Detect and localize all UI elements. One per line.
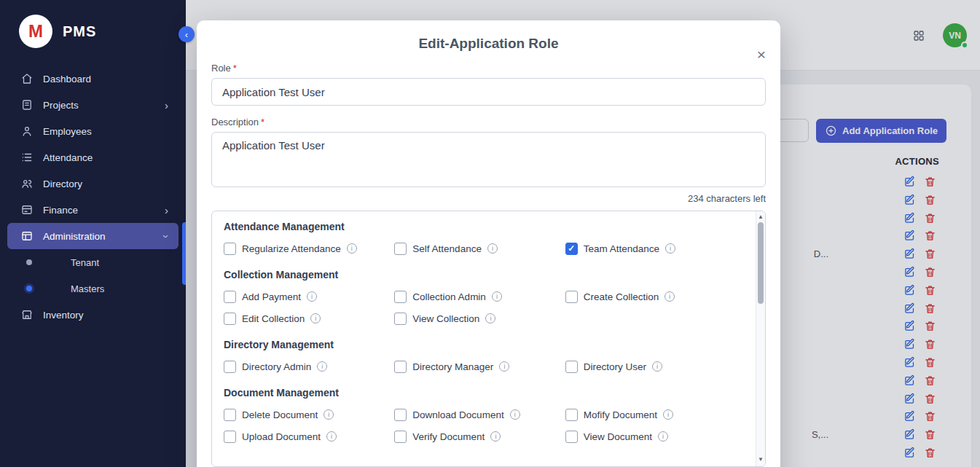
info-icon: i xyxy=(658,431,668,442)
info-icon: i xyxy=(487,243,498,254)
projects-icon xyxy=(20,98,34,111)
permission-group-title: Attendance Management xyxy=(224,221,736,234)
info-icon: i xyxy=(665,291,675,302)
permission-label: Create Collection xyxy=(584,291,659,302)
permission-label: Mofify Document xyxy=(584,409,657,420)
sidebar-item-inventory[interactable]: Inventory xyxy=(7,302,179,328)
permission-option[interactable]: Mofify Documenti xyxy=(565,407,736,422)
permission-label: View Collection xyxy=(412,313,479,324)
permission-label: Verify Document xyxy=(412,431,485,442)
scroll-down-icon[interactable]: ▼ xyxy=(756,456,765,463)
permission-label: Directory Manager xyxy=(412,361,493,372)
checkbox-unchecked-icon[interactable] xyxy=(224,243,236,255)
checkbox-unchecked-icon[interactable] xyxy=(394,313,407,325)
permission-option[interactable]: Add Paymenti xyxy=(224,289,394,304)
permission-group-title: Directory Management xyxy=(224,339,736,352)
sidebar-item-finance[interactable]: Finance› xyxy=(7,197,179,223)
sidebar-item-label: Projects xyxy=(43,100,155,111)
screen: M PMS DashboardProjects›EmployeesAttenda… xyxy=(0,0,980,467)
permission-option[interactable]: Edit Collectioni xyxy=(224,311,394,326)
checkbox-unchecked-icon[interactable] xyxy=(394,431,407,443)
role-input[interactable] xyxy=(211,78,766,106)
sidebar-collapse-button[interactable]: ‹ xyxy=(179,26,195,42)
info-icon: i xyxy=(492,291,502,302)
checkbox-unchecked-icon[interactable] xyxy=(565,409,578,421)
sidebar-item-label: Employees xyxy=(43,126,168,137)
permission-option[interactable]: Directory Useri xyxy=(565,359,736,374)
info-icon: i xyxy=(347,243,357,254)
sidebar-item-tenant[interactable]: Tenant xyxy=(7,249,179,275)
info-icon: i xyxy=(307,291,317,302)
sidebar-item-masters[interactable]: Masters xyxy=(7,275,179,302)
role-field-label: Role* xyxy=(211,63,766,74)
chevron-down-icon: › xyxy=(161,235,172,238)
checkbox-unchecked-icon[interactable] xyxy=(224,291,236,303)
permissions-scrollbar[interactable]: ▲ ▼ xyxy=(756,211,765,466)
sidebar-item-administration[interactable]: Administration› xyxy=(7,223,179,249)
required-asterisk: * xyxy=(261,117,264,127)
sidebar-item-dashboard[interactable]: Dashboard xyxy=(7,66,179,92)
info-icon: i xyxy=(499,361,509,372)
checkbox-unchecked-icon[interactable] xyxy=(394,243,407,255)
permission-option[interactable]: Verify Documenti xyxy=(394,429,565,444)
permission-option[interactable]: Regularize Attendancei xyxy=(224,241,394,256)
permission-option[interactable]: Upload Documenti xyxy=(224,429,394,444)
permission-group: Collection ManagementAdd PaymentiCollect… xyxy=(224,269,736,326)
info-icon: i xyxy=(510,409,520,420)
checkbox-unchecked-icon[interactable] xyxy=(394,361,407,373)
checkbox-unchecked-icon[interactable] xyxy=(394,291,407,303)
permission-option[interactable]: Download Documenti xyxy=(394,407,565,422)
info-icon: i xyxy=(310,313,321,323)
sidebar-item-label: Finance xyxy=(43,205,155,216)
scroll-up-icon[interactable]: ▲ xyxy=(756,213,765,220)
checkbox-unchecked-icon[interactable] xyxy=(565,291,578,303)
checkbox-unchecked-icon[interactable] xyxy=(224,313,236,325)
close-icon[interactable]: × xyxy=(757,47,766,62)
info-icon: i xyxy=(665,243,675,254)
sidebar-item-employees[interactable]: Employees xyxy=(7,118,179,144)
checkbox-checked-icon[interactable]: ✓ xyxy=(565,243,578,255)
permission-label: Download Document xyxy=(412,409,503,420)
permission-option[interactable]: View Documenti xyxy=(565,429,736,444)
scrollbar-thumb[interactable] xyxy=(758,222,764,304)
sidebar: M PMS DashboardProjects›EmployeesAttenda… xyxy=(0,0,186,467)
permission-option[interactable]: View Collectioni xyxy=(394,311,565,326)
checkbox-unchecked-icon[interactable] xyxy=(565,431,578,443)
permissions-panel: Attendance ManagementRegularize Attendan… xyxy=(211,211,766,467)
checkbox-unchecked-icon[interactable] xyxy=(565,361,578,373)
permission-label: Team Attendance xyxy=(584,243,659,254)
permission-option[interactable]: Delete Documenti xyxy=(224,407,394,422)
app-logo: M PMS xyxy=(0,0,186,61)
permission-option[interactable]: Directory Manageri xyxy=(394,359,565,374)
info-icon: i xyxy=(326,431,337,442)
checkbox-unchecked-icon[interactable] xyxy=(394,409,407,421)
sidebar-item-label: Directory xyxy=(43,178,168,189)
description-textarea[interactable]: Application Test User xyxy=(211,132,766,187)
modal-title: Edit-Application Role xyxy=(211,36,766,52)
role-label-text: Role xyxy=(211,63,231,74)
sidebar-item-label: Dashboard xyxy=(43,74,168,85)
checkbox-unchecked-icon[interactable] xyxy=(224,431,236,443)
permission-option[interactable]: Collection Admini xyxy=(394,289,565,304)
checkbox-unchecked-icon[interactable] xyxy=(224,361,236,373)
sidebar-item-attendance[interactable]: Attendance xyxy=(7,144,179,170)
sidebar-item-projects[interactable]: Projects› xyxy=(7,92,179,118)
logo-letter: M xyxy=(28,21,43,42)
permission-option[interactable]: Create Collectioni xyxy=(565,289,736,304)
description-field-label: Description* xyxy=(211,117,766,127)
permission-label: View Document xyxy=(584,431,652,442)
chevron-right-icon: › xyxy=(165,205,168,216)
checkbox-unchecked-icon[interactable] xyxy=(224,409,236,421)
directory-icon xyxy=(20,177,34,190)
permission-option[interactable]: Directory Admini xyxy=(224,359,394,374)
permission-option[interactable]: Self Attendancei xyxy=(394,241,565,256)
app-name: PMS xyxy=(63,23,96,40)
permission-label: Directory Admin xyxy=(242,361,311,372)
sidebar-item-directory[interactable]: Directory xyxy=(7,170,179,197)
sidebar-item-label: Attendance xyxy=(43,152,168,163)
required-asterisk: * xyxy=(233,63,237,74)
permission-label: Self Attendance xyxy=(412,243,482,254)
permission-option[interactable]: ✓Team Attendancei xyxy=(565,241,736,256)
bullet-icon xyxy=(26,286,32,291)
inventory-icon xyxy=(20,308,34,321)
